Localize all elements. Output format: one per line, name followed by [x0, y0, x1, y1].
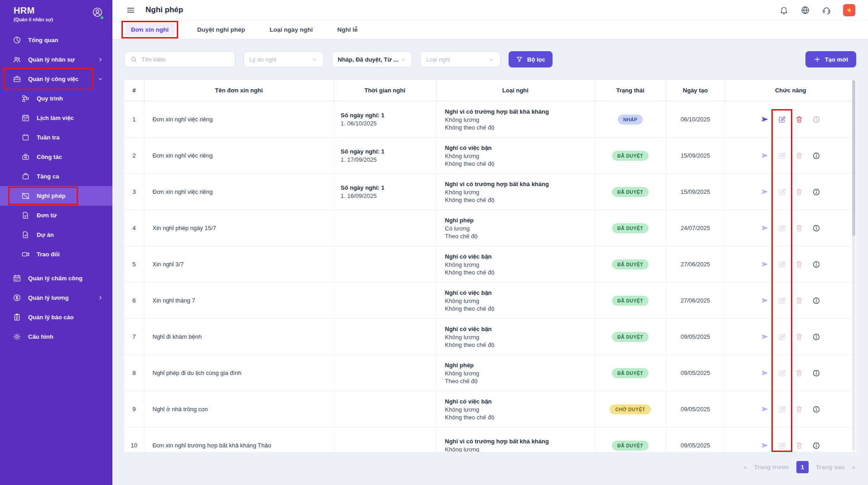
sidebar-item-quan-ly-bao-cao[interactable]: Quản lý báo cáo [0, 307, 112, 327]
edit-button[interactable] [777, 151, 786, 160]
hamburger-menu-icon[interactable] [126, 5, 136, 15]
status-badge: ĐÃ DUYỆT [612, 368, 649, 378]
create-new-button[interactable]: Tạo mới [805, 51, 856, 67]
delete-button[interactable] [795, 151, 804, 160]
send-button[interactable] [760, 332, 769, 341]
avatar[interactable] [92, 6, 103, 20]
sidebar-item-trao-doi[interactable]: Trao đổi [0, 245, 112, 264]
delete-button[interactable] [795, 332, 804, 341]
table-scrollbar[interactable] [852, 80, 855, 451]
pagination-first-button[interactable]: « [743, 464, 747, 471]
edit-button[interactable] [777, 405, 786, 414]
delete-button[interactable] [795, 115, 804, 124]
info-button[interactable] [812, 115, 821, 124]
search-icon [130, 56, 137, 63]
sidebar-item-tuan-tra[interactable]: Tuần tra [0, 128, 112, 147]
pagination-next-button[interactable]: Trang sau [816, 464, 845, 471]
send-button[interactable] [760, 115, 769, 124]
send-button[interactable] [760, 405, 769, 414]
status-badge: CHỜ DUYỆT [610, 404, 650, 414]
vietnam-flag-icon[interactable]: ★ [843, 4, 855, 16]
sidebar-item-du-an[interactable]: Dự án [0, 225, 112, 245]
edit-button[interactable] [777, 332, 786, 341]
tab-loai-ngay-nghi[interactable]: Loại ngày nghỉ [268, 23, 315, 36]
send-button[interactable] [760, 151, 769, 160]
search-box [124, 51, 235, 67]
info-button[interactable] [812, 405, 821, 414]
delete-button[interactable] [795, 187, 804, 197]
actions-cell [725, 283, 856, 319]
reason-select[interactable]: Lý do nghỉ [243, 51, 324, 67]
sidebar: HRM (Quản lí nhân sự) Tổng quanQuản lý n… [0, 0, 112, 485]
column-header: Chức năng [725, 80, 856, 101]
pagination-last-button[interactable]: » [852, 464, 855, 471]
edit-button[interactable] [777, 369, 786, 378]
pagination-prev-button[interactable]: Trang trước [754, 464, 789, 471]
tab-duyet-nghi-phep[interactable]: Duyệt nghỉ phép [195, 23, 247, 36]
globe-icon[interactable] [800, 5, 810, 15]
sidebar-item-label: Quản lý báo cáo [28, 314, 73, 321]
info-button[interactable] [812, 151, 821, 160]
pagination-page-1[interactable]: 1 [796, 461, 809, 473]
sidebar-item-tong-quan[interactable]: Tổng quan [0, 30, 112, 50]
sidebar-item-quan-ly-cong-viec[interactable]: Quản lý công việc [0, 69, 112, 89]
info-button[interactable] [812, 332, 821, 341]
filter-button[interactable]: Bộ lọc [509, 51, 553, 67]
funnel-icon [516, 56, 523, 63]
info-button[interactable] [812, 296, 821, 305]
sidebar-item-tang-ca[interactable]: Tăng ca [0, 167, 112, 186]
brand-subtitle: (Quản lí nhân sự) [14, 17, 53, 22]
edit-button[interactable] [777, 187, 786, 197]
delete-button[interactable] [795, 405, 804, 414]
table-row: 5Xin nghỉ 3/7Nghỉ có việc bậnKhông lương… [124, 246, 856, 283]
send-button[interactable] [760, 296, 769, 305]
send-button[interactable] [760, 224, 769, 233]
delete-button[interactable] [795, 441, 804, 450]
delete-button[interactable] [795, 296, 804, 305]
create-new-button-label: Tạo mới [825, 56, 848, 63]
sidebar-item-lich-lam-viec[interactable]: Lịch làm việc [0, 108, 112, 128]
sidebar-item-nghi-phep[interactable]: Nghỉ phép [0, 186, 112, 206]
leave-type-select[interactable]: Loại nghỉ [420, 51, 500, 67]
row-index: 2 [124, 138, 144, 174]
info-button[interactable] [812, 369, 821, 378]
delete-button[interactable] [795, 224, 804, 233]
headset-icon[interactable] [822, 5, 831, 15]
edit-button[interactable] [777, 260, 786, 269]
table-row: 9Nghỉ ở nhà trông conNghỉ có việc bậnKhô… [124, 391, 856, 427]
leave-duration: Số ngày nghỉ: 11. 06/10/2025 [334, 101, 436, 138]
leave-duration: Số ngày nghỉ: 11. 17/09/2025 [334, 138, 436, 174]
sidebar-item-label: Quản lý nhân sự [28, 56, 75, 63]
sidebar-item-quy-trinh[interactable]: Quy trình [0, 89, 112, 108]
info-button[interactable] [812, 260, 821, 269]
search-input[interactable] [141, 56, 229, 63]
sidebar-item-cau-hinh[interactable]: Cấu hình [0, 327, 112, 346]
delete-button[interactable] [795, 260, 804, 269]
send-button[interactable] [760, 369, 769, 378]
status-select[interactable]: Nháp, Đã duyệt, Từ ... [332, 51, 412, 67]
column-header: Loại nghỉ [436, 80, 595, 101]
tab-don-xin-nghi[interactable]: Đơn xin nghỉ [125, 23, 175, 36]
sidebar-item-quan-ly-nhan-su[interactable]: Quản lý nhân sự [0, 50, 112, 69]
sidebar-item-cong-tac[interactable]: Công tác [0, 147, 112, 167]
send-button[interactable] [760, 260, 769, 269]
column-header: Thời gian nghỉ [334, 80, 436, 101]
edit-button[interactable] [777, 115, 786, 124]
delete-button[interactable] [795, 369, 804, 378]
edit-button[interactable] [777, 224, 786, 233]
leave-type: Nghỉ vì có trường hợp bất khả khángKhông… [436, 101, 595, 138]
sidebar-item-don-tu[interactable]: Đơn từ [0, 206, 112, 225]
sidebar-item-quan-ly-cham-cong[interactable]: Quản lý chấm công [0, 269, 112, 288]
info-button[interactable] [812, 187, 821, 197]
edit-button[interactable] [777, 441, 786, 450]
send-button[interactable] [760, 187, 769, 197]
info-button[interactable] [812, 441, 821, 450]
send-button[interactable] [760, 441, 769, 450]
edit-button[interactable] [777, 296, 786, 305]
tab-nghi-le[interactable]: Nghỉ lễ [335, 23, 359, 36]
info-button[interactable] [812, 224, 821, 233]
sidebar-item-quan-ly-luong[interactable]: Quản lý lương [0, 288, 112, 307]
sidebar-item-label: Dự án [37, 231, 54, 238]
bell-icon[interactable] [779, 5, 789, 15]
scrollbar-thumb[interactable] [852, 80, 855, 236]
